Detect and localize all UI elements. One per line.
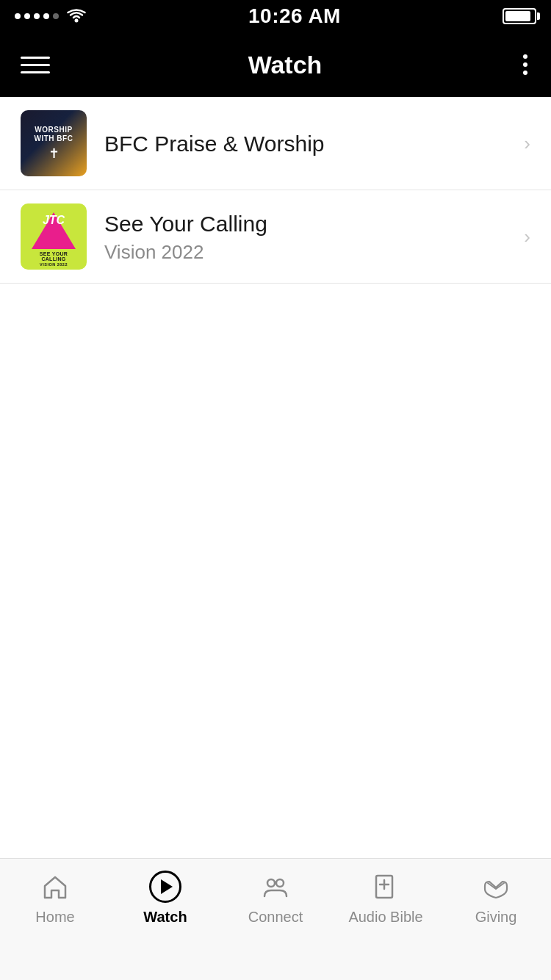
tab-connect[interactable]: Connect: [220, 871, 331, 926]
svg-point-1: [267, 879, 275, 887]
page-title: Watch: [248, 51, 323, 79]
tab-connect-label: Connect: [248, 909, 303, 926]
tab-watch[interactable]: Watch: [110, 871, 220, 926]
signal-dots: [15, 13, 59, 19]
item-subtitle-syc: Vision 2022: [104, 241, 512, 264]
giving-icon: [480, 871, 512, 903]
tab-giving-label: Giving: [475, 909, 517, 926]
tab-audio-bible-label: Audio Bible: [348, 909, 422, 926]
thumbnail-bfc: WORSHIPWITH BFC ✝: [21, 110, 87, 176]
tab-giving[interactable]: Giving: [441, 871, 551, 926]
more-options-button[interactable]: [520, 51, 530, 78]
tab-watch-label: Watch: [143, 909, 187, 926]
wifi-icon: [66, 9, 87, 24]
chevron-right-icon: ›: [524, 132, 530, 155]
chevron-right-icon-syc: ›: [524, 226, 530, 248]
item-text-syc: See Your Calling Vision 2022: [104, 209, 512, 264]
content-area: WORSHIPWITH BFC ✝ BFC Praise & Worship ›…: [0, 97, 551, 284]
svg-point-2: [276, 879, 284, 887]
tab-bar: Home Watch Connect Audio Bible: [0, 858, 551, 980]
list-item-bfc-praise[interactable]: WORSHIPWITH BFC ✝ BFC Praise & Worship ›: [0, 97, 551, 190]
bible-icon: [370, 871, 402, 903]
item-title-bfc: BFC Praise & Worship: [104, 129, 512, 158]
nav-bar: Watch: [0, 32, 551, 97]
tab-home-label: Home: [35, 909, 74, 926]
status-bar: 10:26 AM: [0, 0, 551, 32]
watch-active-icon: [149, 871, 181, 903]
tab-home[interactable]: Home: [0, 871, 110, 926]
hamburger-menu-button[interactable]: [21, 57, 50, 73]
status-time: 10:26 AM: [248, 4, 341, 28]
tab-audio-bible[interactable]: Audio Bible: [331, 871, 441, 926]
battery-icon: [503, 8, 536, 24]
item-title-syc: See Your Calling: [104, 209, 512, 238]
list-item-see-your-calling[interactable]: JTC SEE YOURCALLING VISION 2022 See Your…: [0, 190, 551, 284]
item-text-bfc: BFC Praise & Worship: [104, 129, 512, 158]
watch-icon: [149, 871, 181, 903]
status-left: [15, 9, 87, 24]
thumbnail-syc: JTC SEE YOURCALLING VISION 2022: [21, 203, 87, 270]
svg-point-0: [75, 19, 79, 23]
home-icon: [39, 871, 71, 903]
connect-icon: [259, 871, 292, 903]
